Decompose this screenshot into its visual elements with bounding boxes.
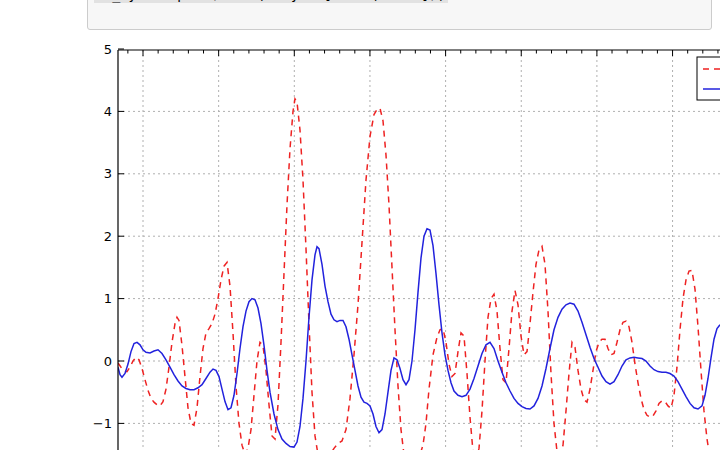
code-cell[interactable]: ax = fig.add_subplot(111) bk_cycles.plot… xyxy=(87,0,712,30)
axes-spines xyxy=(118,50,720,450)
series-blue-solid-path xyxy=(118,229,720,447)
y-tick-label: 4 xyxy=(104,104,112,119)
y-tick-label: 3 xyxy=(104,166,112,181)
code-token: , xyxy=(372,0,388,2)
y-tick-label: 5 xyxy=(104,42,112,57)
legend-box xyxy=(697,57,720,100)
plot-series-group xyxy=(118,99,720,450)
code-token: 'r--' xyxy=(332,0,373,2)
code-line-2-text: bk_cycles.plot(ax=ax, style=['r--', 'b-'… xyxy=(94,0,448,3)
y-tick-label: 1 xyxy=(104,291,112,306)
code-token: bk_cycles.plot(ax=ax, style=[ xyxy=(96,0,332,2)
code-token: 'b-' xyxy=(389,0,422,2)
y-tick-label: 0 xyxy=(104,354,112,369)
code-line-2: bk_cycles.plot(ax=ax, style=['r--', 'b-'… xyxy=(94,0,448,3)
code-token: ]); xyxy=(421,0,445,2)
chart-canvas: 543210−1 xyxy=(0,32,720,450)
gridlines xyxy=(118,50,720,450)
y-axis-tick-labels: 543210−1 xyxy=(93,42,112,431)
axis-ticks xyxy=(118,49,718,423)
y-tick-label: 2 xyxy=(104,229,112,244)
y-tick-label: −1 xyxy=(93,416,112,431)
figure-output: 543210−1 xyxy=(0,32,720,450)
